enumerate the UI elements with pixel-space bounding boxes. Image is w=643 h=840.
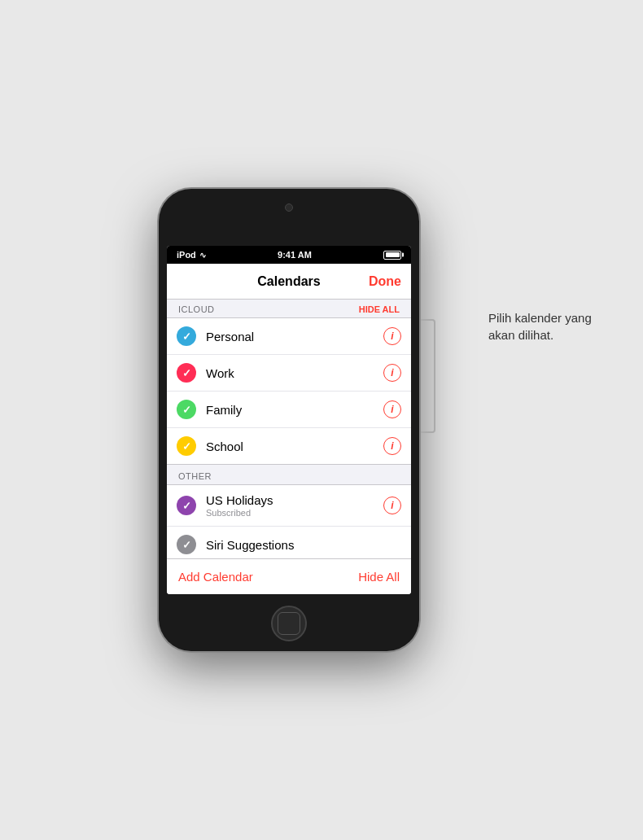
modal: Calendars Done ICLOUD HIDE ALL ✓ [167,264,411,594]
us-holidays-name: US Holidays [206,493,383,507]
us-holidays-checkbox[interactable]: ✓ [177,496,196,515]
status-left: iPod ∿ [177,250,206,260]
other-section-header: OTHER [167,466,411,484]
work-item-text: Work [206,366,383,380]
siri-suggestions-check-icon: ✓ [182,539,191,551]
add-calendar-button[interactable]: Add Calendar [178,570,253,584]
work-name: Work [206,366,383,380]
wifi-icon: ∿ [199,251,206,260]
side-bracket [421,319,435,433]
icloud-list-group: ✓ Personal i ✓ Work [167,317,411,465]
carrier-label: iPod [177,250,196,260]
us-holidays-info-button[interactable]: i [383,497,401,514]
list-item[interactable]: ✓ Personal i [167,318,411,355]
device: iPod ∿ 9:41 AM Calendars Done ICLOUD [159,189,419,651]
nav-bar: Calendars Done [167,264,411,300]
siri-suggestions-checkbox[interactable]: ✓ [177,535,196,554]
nav-title: Calendars [257,274,320,289]
battery-fill [386,252,400,257]
icloud-hide-all-button[interactable]: HIDE ALL [359,304,400,314]
footer: Add Calendar Hide All [167,558,411,594]
personal-info-button[interactable]: i [383,327,401,345]
work-info-button[interactable]: i [383,364,401,382]
status-right [383,251,401,260]
done-button[interactable]: Done [369,274,401,289]
siri-suggestions-name: Siri Suggestions [206,538,401,552]
icloud-section-header: ICLOUD HIDE ALL [167,300,411,317]
hide-all-button[interactable]: Hide All [358,570,400,584]
us-holidays-subtitle: Subscribed [206,508,383,518]
school-name: School [206,440,383,453]
icloud-section-label: ICLOUD [178,304,215,314]
personal-check-icon: ✓ [182,330,191,343]
list-item[interactable]: ✓ Siri Suggestions [167,527,411,558]
family-item-text: Family [206,403,383,417]
status-time: 9:41 AM [278,250,312,260]
other-list-group: ✓ US Holidays Subscribed i ✓ [167,484,411,558]
family-checkbox[interactable]: ✓ [177,400,196,419]
list-item[interactable]: ✓ School i [167,428,411,464]
list-item[interactable]: ✓ Family i [167,392,411,428]
siri-suggestions-item-text: Siri Suggestions [206,538,401,552]
personal-item-text: Personal [206,330,383,343]
front-camera [285,203,293,212]
family-name: Family [206,403,383,417]
list-item[interactable]: ✓ Work i [167,355,411,392]
personal-name: Personal [206,330,383,343]
home-button[interactable] [271,606,307,641]
us-holidays-check-icon: ✓ [182,500,191,512]
personal-checkbox[interactable]: ✓ [177,326,196,346]
list-item[interactable]: ✓ US Holidays Subscribed i [167,485,411,527]
us-holidays-item-text: US Holidays Subscribed [206,493,383,518]
other-section-label: OTHER [178,471,212,481]
family-check-icon: ✓ [182,404,191,416]
status-bar: iPod ∿ 9:41 AM [167,246,411,264]
school-check-icon: ✓ [182,440,191,453]
home-button-inner [278,612,300,635]
screen: iPod ∿ 9:41 AM Calendars Done ICLOUD [167,246,411,594]
school-checkbox[interactable]: ✓ [177,436,196,456]
work-check-icon: ✓ [182,367,191,379]
work-checkbox[interactable]: ✓ [177,363,196,383]
family-info-button[interactable]: i [383,400,401,418]
annotation: Pilih kalender yang akan dilihat. [488,309,619,343]
battery-icon [383,251,401,260]
school-info-button[interactable]: i [383,437,401,455]
content-scroll: ICLOUD HIDE ALL ✓ Personal i [167,300,411,558]
school-item-text: School [206,440,383,453]
